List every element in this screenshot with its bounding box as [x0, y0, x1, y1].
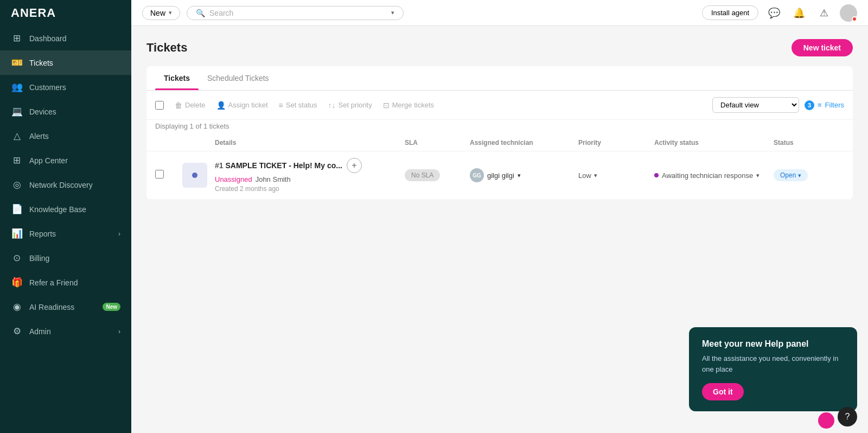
help-fab-button[interactable]: ?	[838, 407, 857, 426]
ticket-created: Created 2 months ago	[215, 185, 405, 193]
col-status: Status	[774, 139, 844, 147]
assign-ticket-action[interactable]: 👤 Assign ticket	[216, 101, 268, 110]
view-select[interactable]: Default view Compact view Detailed view	[712, 97, 799, 113]
search-bar[interactable]: 🔍 Search ▾	[187, 6, 404, 20]
customers-icon: 👥	[11, 81, 23, 93]
alerts-icon-button[interactable]: ⚠	[815, 4, 833, 22]
ticket-avatar-dot	[192, 173, 197, 178]
filter-button[interactable]: 3 ≡ Filters	[805, 100, 844, 110]
toolbar-right: Default view Compact view Detailed view …	[712, 97, 844, 113]
sidebar-item-label: Customers	[29, 83, 66, 92]
tech-initials: GG	[473, 173, 481, 179]
tickets-card: Tickets Scheduled Tickets 🗑 Delete 👤 Ass…	[146, 66, 853, 200]
sidebar-item-knowledge-base[interactable]: 📄 Knowledge Base	[0, 197, 131, 221]
activity-cell: Awaiting technician response ▾	[654, 171, 774, 180]
assign-label: Assign ticket	[228, 101, 268, 109]
delete-label: Delete	[185, 101, 206, 109]
sidebar-item-label: Admin	[29, 327, 51, 336]
ai-readiness-icon: ◉	[11, 301, 23, 313]
priority-value: Low	[578, 171, 591, 180]
activity-chevron-icon[interactable]: ▾	[756, 172, 760, 179]
merge-icon: ⊡	[383, 101, 390, 110]
sidebar-item-app-center[interactable]: ⊞ App Center	[0, 148, 131, 173]
merge-label: Merge tickets	[392, 101, 434, 109]
row-activity-cell: Awaiting technician response ▾	[654, 171, 774, 180]
set-status-action[interactable]: ≡ Set status	[279, 101, 317, 110]
toolbar: 🗑 Delete 👤 Assign ticket ≡ Set status ↑↓…	[146, 91, 853, 120]
priority-chevron-icon[interactable]: ▾	[594, 172, 597, 179]
sidebar-item-refer-friend[interactable]: 🎁 Refer a Friend	[0, 270, 131, 295]
notifications-icon-button[interactable]: 🔔	[790, 4, 808, 22]
add-button[interactable]: +	[347, 158, 362, 173]
row-checkbox[interactable]	[155, 170, 164, 179]
alerts-icon: △	[11, 130, 23, 142]
sidebar-item-alerts[interactable]: △ Alerts	[0, 124, 131, 148]
col-checkbox	[155, 139, 182, 147]
sidebar-item-ai-readiness[interactable]: ◉ AI Readiness New	[0, 295, 131, 319]
new-dropdown[interactable]: New ▾	[142, 6, 180, 20]
assign-icon: 👤	[216, 101, 226, 110]
reports-icon: 📊	[11, 228, 23, 239]
row-avatar-cell	[182, 163, 215, 188]
chevron-icon: ›	[118, 328, 120, 335]
merge-tickets-action[interactable]: ⊡ Merge tickets	[383, 101, 434, 110]
set-priority-action[interactable]: ↑↓ Set priority	[328, 101, 372, 110]
status-chevron-icon: ▾	[798, 172, 801, 179]
sidebar-item-label: Alerts	[29, 132, 49, 141]
displaying-count: Displaying 1 of 1 tickets	[146, 120, 853, 135]
sidebar-item-label: Devices	[29, 107, 56, 116]
priority-icon: ↑↓	[328, 101, 336, 110]
row-priority-cell: Low ▾	[578, 171, 654, 180]
tickets-icon: 🎫	[11, 57, 23, 68]
table-row: #1 SAMPLE TICKET - Help! My co... + Unas…	[146, 151, 853, 200]
sidebar-item-customers[interactable]: 👥 Customers	[0, 75, 131, 99]
logo-text: ANERA	[11, 6, 56, 20]
filter-icon: ≡	[818, 101, 822, 109]
dashboard-icon: ⊞	[11, 33, 23, 44]
status-badge[interactable]: Open ▾	[774, 169, 808, 181]
row-status-cell: Open ▾	[774, 169, 844, 181]
sidebar-item-devices[interactable]: 💻 Devices	[0, 99, 131, 124]
tech-avatar: GG	[470, 168, 484, 182]
sidebar-item-admin[interactable]: ⚙ Admin ›	[0, 319, 131, 343]
sidebar-item-label: AI Readiness	[29, 303, 74, 311]
tech-chevron-icon[interactable]: ▾	[518, 172, 521, 179]
sidebar-item-billing[interactable]: ⊙ Billing	[0, 246, 131, 270]
col-priority: Priority	[578, 139, 654, 147]
unassigned-label[interactable]: Unassigned	[215, 175, 252, 183]
filter-count-badge: 3	[805, 100, 814, 110]
billing-icon: ⊙	[11, 252, 23, 264]
customer-name: John Smith	[256, 175, 291, 183]
sidebar-badge-ai-readiness: New	[103, 303, 120, 311]
filter-label: Filters	[825, 101, 844, 109]
ticket-avatar	[182, 163, 207, 188]
install-agent-button[interactable]: Install agent	[702, 5, 758, 20]
sidebar: ANERA ⊞ Dashboard 🎫 Tickets 👥 Customers …	[0, 0, 131, 433]
chat-icon-button[interactable]: 💬	[765, 4, 783, 22]
network-discovery-icon: ◎	[11, 179, 23, 190]
tab-tickets[interactable]: Tickets	[155, 66, 199, 90]
select-all-checkbox[interactable]	[155, 101, 164, 110]
delete-icon: 🗑	[175, 101, 182, 110]
sidebar-item-network-discovery[interactable]: ◎ Network Discovery	[0, 173, 131, 197]
tab-scheduled-tickets[interactable]: Scheduled Tickets	[199, 66, 278, 90]
sidebar-item-label: Tickets	[29, 59, 53, 67]
sidebar-item-dashboard[interactable]: ⊞ Dashboard	[0, 26, 131, 50]
sidebar-item-label: App Center	[29, 156, 68, 165]
sidebar-item-reports[interactable]: 📊 Reports ›	[0, 221, 131, 246]
sidebar-item-tickets[interactable]: 🎫 Tickets	[0, 50, 131, 75]
delete-action[interactable]: 🗑 Delete	[175, 101, 206, 110]
col-sla: SLA	[405, 139, 470, 147]
avatar[interactable]	[840, 4, 857, 22]
row-sla-cell: No SLA	[405, 169, 470, 181]
technician-cell: GG gilgi gilgi ▾	[470, 168, 578, 182]
chevron-down-icon: ▾	[169, 9, 172, 16]
new-ticket-button[interactable]: New ticket	[792, 39, 853, 56]
ticket-title[interactable]: #1 SAMPLE TICKET - Help! My co...	[215, 161, 342, 170]
page-title: Tickets	[146, 41, 187, 55]
search-icon: 🔍	[196, 9, 205, 17]
refer-friend-icon: 🎁	[11, 277, 23, 288]
row-details-cell: #1 SAMPLE TICKET - Help! My co... + Unas…	[215, 158, 405, 193]
ticket-number: #1	[215, 161, 225, 170]
got-it-button[interactable]: Got it	[702, 383, 744, 400]
